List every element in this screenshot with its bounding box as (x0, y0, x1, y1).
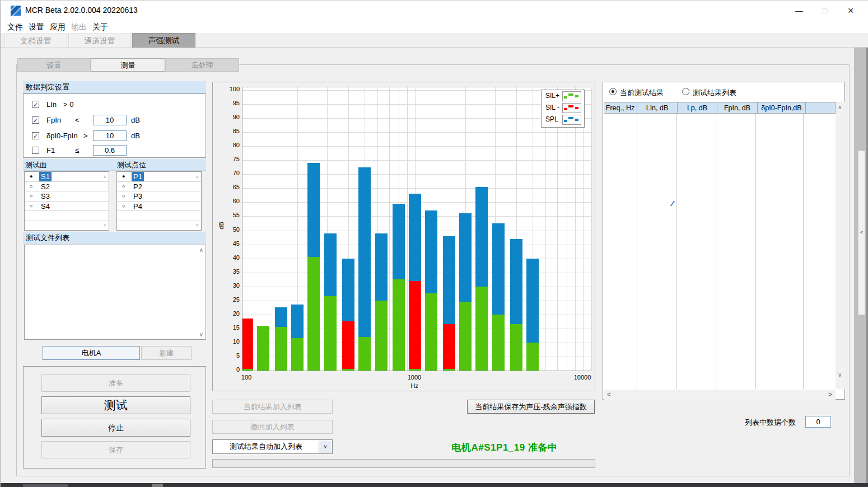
save-residual-index-button[interactable]: 当前结果保存为声压-残余声强指数 (467, 400, 595, 414)
scroll-down-icon[interactable]: ▼ (102, 223, 107, 228)
x-tick-label: 100 (230, 374, 263, 381)
chart-plot-area: SIL+SIL -SPL (242, 87, 591, 371)
app-logo-icon (11, 6, 21, 16)
auto-add-combobox[interactable]: 测试结果自动加入列表 ∨ (212, 439, 333, 454)
list-count-input[interactable] (805, 416, 831, 428)
bar-sil-negative (342, 321, 354, 369)
grid-line (407, 87, 408, 371)
scroll-up-icon[interactable]: ▲ (102, 174, 107, 179)
point-list: ● P1 ○ P2 ○ P3 ○ P4 ▲ ▼ (116, 171, 202, 231)
scroll-up-icon[interactable]: ∧ (199, 247, 203, 253)
chart-legend: SIL+SIL -SPL (541, 90, 585, 128)
list-item-p4[interactable]: ○ P4 (117, 202, 201, 212)
collapse-left-icon: < (860, 230, 863, 235)
list-item-s4[interactable]: ○ S4 (25, 202, 109, 212)
collapse-panel-handle[interactable]: < (858, 151, 865, 315)
bar-spl (324, 233, 337, 297)
grid-line (242, 160, 591, 161)
scroll-down-icon[interactable]: ▼ (195, 223, 199, 228)
bar-sil-negative (242, 319, 253, 369)
criteria-checkbox-f1[interactable] (32, 147, 39, 154)
list-item-p2[interactable]: ○ P2 (117, 182, 201, 192)
maximize-button[interactable]: □ (815, 2, 834, 19)
combobox-arrow-icon[interactable]: ∨ (319, 441, 332, 453)
scroll-left-icon[interactable]: < (607, 391, 611, 399)
x-tick-label: 1000 (398, 374, 431, 381)
subtab-measure[interactable]: 测量 (91, 58, 165, 72)
menu-settings[interactable]: 设置 (29, 22, 46, 32)
bar-sil-positive (242, 369, 253, 371)
bar-sil-positive (409, 369, 421, 371)
bar-sil-positive (342, 369, 354, 371)
bar-sil-positive (443, 369, 455, 371)
legend-swatch-icon (562, 91, 581, 101)
criteria-checkbox-lin[interactable]: ✓ (32, 101, 39, 108)
criteria-op: > 0 (63, 100, 73, 109)
test-button[interactable]: 测试 (41, 396, 190, 414)
legend-swatch-icon (562, 103, 581, 113)
list-item-p1[interactable]: ● P1 (117, 172, 201, 182)
subtab-postprocess[interactable]: 后处理 (165, 58, 239, 72)
stop-button[interactable]: 停止 (41, 419, 190, 437)
y-tick-label: 55 (223, 212, 240, 218)
radio-current-result[interactable] (609, 88, 617, 95)
y-tick-label: 35 (223, 268, 240, 275)
unselected-bullet-icon: ○ (30, 182, 32, 191)
y-tick-label: 85 (223, 128, 240, 134)
unselected-bullet-icon: ○ (122, 191, 125, 201)
list-item-s1[interactable]: ● S1 (25, 172, 109, 182)
title-bar: MCR Beta 2.02.0.004 20220613 — □ ✕ (1, 1, 868, 21)
criteria-value-input[interactable] (93, 130, 127, 141)
list-item-empty (25, 211, 109, 221)
tab-sound-intensity-test[interactable]: 声强测试 (132, 33, 195, 48)
list-item-s2[interactable]: ○ S2 (25, 182, 109, 192)
y-tick-label: 75 (223, 156, 240, 162)
criteria-unit: dB (131, 132, 140, 140)
list-item-s3[interactable]: ○ S3 (25, 191, 109, 202)
results-hscrollbar[interactable]: < > (604, 390, 836, 400)
x-tick-label: 10000 (566, 374, 599, 381)
y-tick-label: 40 (223, 254, 240, 261)
selected-bullet-icon: ● (122, 172, 125, 181)
menu-apply[interactable]: 应用 (50, 22, 68, 32)
close-button[interactable]: ✕ (841, 2, 860, 19)
list-item-p3[interactable]: ○ P3 (117, 191, 201, 202)
radio-result-list[interactable] (682, 88, 689, 95)
criteria-label: F1 (46, 146, 55, 154)
criteria-unit: dB (131, 116, 140, 124)
criteria-value-input[interactable] (93, 145, 127, 156)
results-vscrollbar[interactable]: ∧ ∨ (836, 102, 845, 389)
surface-header: 测试面 (25, 160, 47, 170)
scroll-up-icon[interactable]: ▲ (195, 174, 199, 179)
menu-file[interactable]: 文件 (7, 22, 25, 32)
minimize-button[interactable]: — (790, 2, 809, 19)
criteria-checkbox-dpi0[interactable]: ✓ (32, 132, 39, 139)
criteria-label: FpIn (46, 116, 61, 124)
col-empty (806, 102, 836, 113)
auto-add-combobox-value: 测试结果自动加入列表 (213, 442, 319, 452)
bar-spl (409, 194, 421, 280)
bar-sil-positive (324, 296, 337, 371)
grid-line (242, 90, 591, 91)
scroll-right-icon[interactable]: > (828, 391, 832, 399)
legend-item: SPL (542, 114, 584, 125)
bar-spl (393, 204, 405, 279)
save-button: 保存 (41, 441, 190, 458)
menu-about[interactable]: 关于 (92, 22, 110, 32)
unselected-bullet-icon: ○ (30, 202, 32, 211)
criteria-value-input[interactable] (93, 115, 127, 125)
subtab-setup[interactable]: 设置 (17, 58, 91, 72)
test-file-list[interactable]: ∧ ∨ (24, 245, 206, 340)
col-lp: Lp, dB (678, 102, 717, 113)
bar-sil-positive (307, 257, 320, 371)
bar-spl (475, 187, 488, 287)
scroll-up-icon[interactable]: ∧ (838, 104, 842, 110)
criteria-op: ≤ (75, 146, 79, 154)
y-tick-label: 95 (223, 100, 240, 106)
grid-line (242, 188, 591, 189)
motor-name-button[interactable]: 电机A (43, 346, 140, 360)
bar-spl (492, 223, 505, 315)
criteria-checkbox-fpin[interactable]: ✓ (32, 116, 39, 124)
scroll-down-icon[interactable]: ∨ (838, 372, 842, 378)
scroll-down-icon[interactable]: ∨ (199, 331, 203, 338)
